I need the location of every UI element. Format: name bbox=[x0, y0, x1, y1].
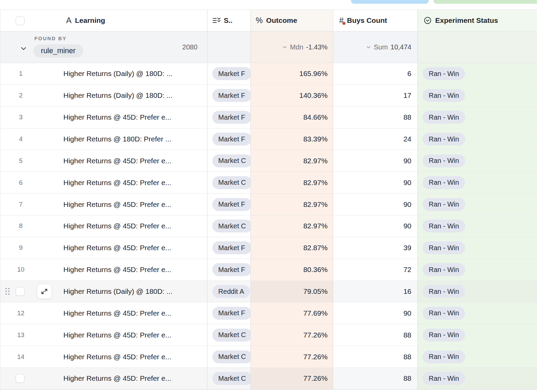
status-cell[interactable]: Ran - Win bbox=[418, 324, 537, 346]
status-cell[interactable]: Ran - Win bbox=[418, 129, 537, 150]
source-cell[interactable]: Market C bbox=[208, 346, 251, 367]
buys-count-cell[interactable]: 90 bbox=[333, 215, 418, 237]
column-header-source[interactable]: S.. bbox=[208, 10, 251, 31]
buys-count-cell[interactable]: 88 bbox=[333, 324, 418, 346]
outcome-cell[interactable]: 82.97% bbox=[251, 215, 334, 237]
table-row[interactable]: 10 Higher Returns @ 45D: Prefer e... bbox=[0, 259, 537, 281]
outcome-cell[interactable]: 77.26% bbox=[251, 324, 334, 346]
status-cell[interactable]: Ran - Win bbox=[418, 302, 537, 324]
status-cell[interactable]: Ran - Win bbox=[418, 346, 537, 367]
table-row[interactable]: 11 Higher Returns (Daily) @ 180D: ... bbox=[0, 281, 537, 303]
outcome-cell[interactable]: 84.66% bbox=[251, 107, 334, 128]
source-cell[interactable]: Market F bbox=[208, 107, 251, 128]
status-cell[interactable]: Ran - Win bbox=[418, 281, 537, 302]
learning-cell[interactable]: 3 Higher Returns @ 45D: Prefer e... bbox=[0, 107, 208, 128]
outcome-cell[interactable]: 165.96% bbox=[251, 63, 334, 85]
column-header-buys-count[interactable]: # Buys Count bbox=[333, 10, 418, 31]
expand-row-button[interactable] bbox=[37, 284, 52, 299]
source-cell[interactable]: Market F bbox=[208, 85, 251, 106]
buys-count-cell[interactable]: 90 bbox=[333, 194, 418, 215]
table-row[interactable]: 1 Higher Returns (Daily) @ 180D: ... bbox=[0, 63, 537, 85]
table-row[interactable]: 6 Higher Returns @ 45D: Prefer e... bbox=[0, 172, 537, 194]
table-row[interactable]: 14 Higher Returns @ 45D: Prefer e... bbox=[0, 346, 537, 368]
outcome-cell[interactable]: 77.69% bbox=[251, 302, 334, 324]
top-chip-green[interactable] bbox=[433, 0, 537, 4]
learning-cell[interactable]: 8 Higher Returns @ 45D: Prefer e... bbox=[0, 215, 208, 237]
source-cell[interactable]: Reddit A bbox=[208, 281, 251, 302]
outcome-cell[interactable]: 83.39% bbox=[251, 129, 334, 150]
collapse-group-chevron-icon[interactable] bbox=[19, 44, 28, 53]
outcome-cell[interactable]: 140.36% bbox=[251, 85, 334, 106]
source-cell[interactable]: Market C bbox=[208, 324, 251, 346]
learning-cell[interactable]: 4 Higher Returns @ 180D: Prefer ... bbox=[0, 129, 208, 150]
status-cell[interactable]: Ran - Win bbox=[418, 194, 537, 215]
outcome-cell[interactable]: 82.97% bbox=[251, 150, 334, 171]
table-row[interactable]: 7 Higher Returns @ 45D: Prefer e... bbox=[0, 194, 537, 215]
table-row[interactable]: 9 Higher Returns @ 45D: Prefer e... bbox=[0, 237, 537, 259]
buys-count-cell[interactable]: 72 bbox=[333, 259, 418, 281]
source-cell[interactable]: Market F bbox=[208, 259, 251, 281]
status-cell[interactable]: Ran - Win bbox=[418, 172, 537, 193]
select-all-checkbox[interactable] bbox=[16, 16, 25, 25]
status-cell[interactable]: Ran - Win bbox=[418, 237, 537, 259]
status-cell[interactable]: Ran - Win bbox=[418, 63, 537, 85]
drag-handle-icon[interactable] bbox=[4, 286, 11, 297]
buys-count-cell[interactable]: 88 bbox=[333, 107, 418, 128]
buys-count-cell[interactable]: 90 bbox=[333, 172, 418, 193]
source-cell[interactable]: Market C bbox=[208, 368, 251, 389]
column-header-learning[interactable]: A Learning bbox=[0, 10, 208, 31]
learning-cell[interactable]: 1 Higher Returns (Daily) @ 180D: ... bbox=[0, 63, 208, 85]
source-cell[interactable]: Market F bbox=[208, 63, 251, 85]
source-cell[interactable]: Market C bbox=[208, 172, 251, 193]
learning-cell[interactable]: 2 Higher Returns (Daily) @ 180D: ... bbox=[0, 85, 208, 106]
buys-count-cell[interactable]: 88 bbox=[333, 346, 418, 367]
buys-aggregate[interactable]: Sum 10,474 bbox=[366, 43, 411, 51]
source-cell[interactable]: Market F bbox=[208, 237, 251, 259]
source-cell[interactable]: Market C bbox=[208, 150, 251, 171]
status-cell[interactable]: Ran - Win bbox=[418, 107, 537, 128]
learning-cell[interactable]: 5 Higher Returns @ 45D: Prefer e... bbox=[0, 150, 208, 171]
outcome-aggregate[interactable]: Mdn -1.43% bbox=[282, 43, 327, 51]
outcome-cell[interactable]: 82.97% bbox=[251, 172, 334, 193]
source-cell[interactable]: Market F bbox=[208, 302, 251, 324]
buys-count-cell[interactable]: 17 bbox=[333, 85, 418, 106]
learning-cell[interactable]: 10 Higher Returns @ 45D: Prefer e... bbox=[0, 259, 208, 281]
status-cell[interactable]: Ran - Win bbox=[418, 85, 537, 106]
buys-count-cell[interactable]: 16 bbox=[333, 281, 418, 302]
outcome-cell[interactable]: 79.05% bbox=[251, 281, 334, 302]
source-cell[interactable]: Market F bbox=[208, 129, 251, 150]
table-row[interactable]: 15 Higher Returns @ 45D: Prefer e... bbox=[0, 368, 537, 390]
buys-count-cell[interactable]: 90 bbox=[333, 150, 418, 171]
table-row[interactable]: 12 Higher Returns @ 45D: Prefer e... bbox=[0, 302, 537, 324]
row-checkbox[interactable] bbox=[16, 374, 25, 383]
outcome-cell[interactable]: 82.97% bbox=[251, 194, 334, 215]
column-header-experiment-status[interactable]: Experiment Status bbox=[418, 10, 537, 31]
learning-cell[interactable]: 13 Higher Returns @ 45D: Prefer e... bbox=[0, 324, 208, 346]
buys-count-cell[interactable]: 24 bbox=[333, 129, 418, 150]
top-chip-blue[interactable] bbox=[351, 0, 429, 4]
buys-count-cell[interactable]: 6 bbox=[333, 63, 418, 85]
learning-cell[interactable]: 15 Higher Returns @ 45D: Prefer e... bbox=[0, 368, 208, 389]
table-row[interactable]: 3 Higher Returns @ 45D: Prefer e... bbox=[0, 107, 537, 129]
buys-count-cell[interactable]: 39 bbox=[333, 237, 418, 259]
table-row[interactable]: 8 Higher Returns @ 45D: Prefer e... bbox=[0, 215, 537, 237]
table-row[interactable]: 4 Higher Returns @ 180D: Prefer ... bbox=[0, 129, 537, 150]
outcome-cell[interactable]: 82.87% bbox=[251, 237, 334, 259]
outcome-cell[interactable]: 77.26% bbox=[251, 346, 334, 367]
learning-cell[interactable]: 14 Higher Returns @ 45D: Prefer e... bbox=[0, 346, 208, 367]
status-cell[interactable]: Ran - Win bbox=[418, 150, 537, 171]
row-checkbox[interactable] bbox=[16, 287, 25, 296]
column-header-outcome[interactable]: % Outcome bbox=[251, 10, 334, 31]
learning-cell[interactable]: 7 Higher Returns @ 45D: Prefer e... bbox=[0, 194, 208, 215]
source-cell[interactable]: Market C bbox=[208, 215, 251, 237]
status-cell[interactable]: Ran - Win bbox=[418, 215, 537, 237]
source-cell[interactable]: Market F bbox=[208, 194, 251, 215]
learning-cell[interactable]: 9 Higher Returns @ 45D: Prefer e... bbox=[0, 237, 208, 259]
status-cell[interactable]: Ran - Win bbox=[418, 368, 537, 389]
status-cell[interactable]: Ran - Win bbox=[418, 259, 537, 281]
buys-count-cell[interactable]: 88 bbox=[333, 368, 418, 389]
learning-cell[interactable]: 6 Higher Returns @ 45D: Prefer e... bbox=[0, 172, 208, 193]
table-row[interactable]: 5 Higher Returns @ 45D: Prefer e... bbox=[0, 150, 537, 172]
buys-count-cell[interactable]: 90 bbox=[333, 302, 418, 324]
learning-cell[interactable]: 11 Higher Returns (Daily) @ 180D: ... bbox=[0, 281, 208, 302]
